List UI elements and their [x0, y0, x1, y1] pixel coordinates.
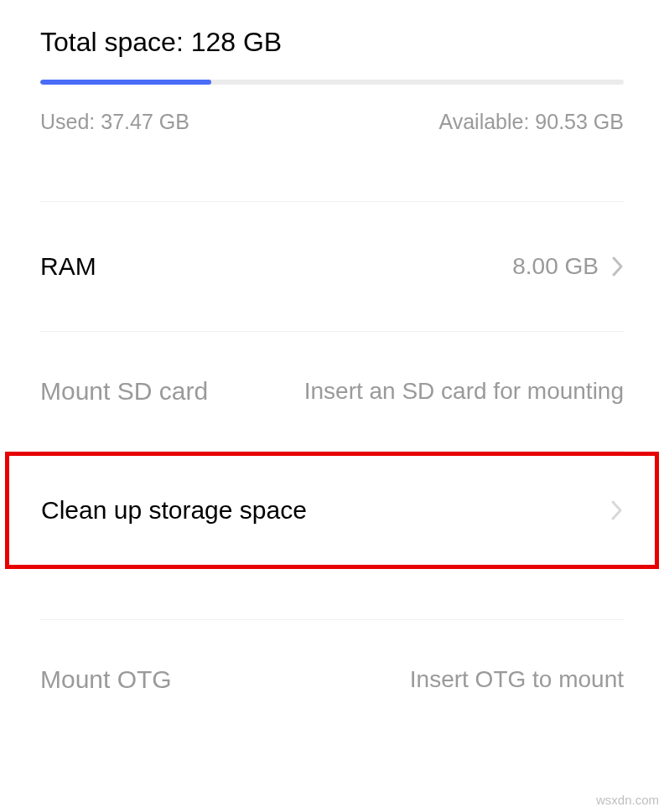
mount-otg-hint: Insert OTG to mount	[410, 666, 624, 693]
ram-label: RAM	[40, 252, 96, 281]
ram-value-container: 8.00 GB	[512, 253, 624, 280]
used-storage-label: Used: 37.47 GB	[40, 110, 189, 134]
chevron-right-icon	[612, 256, 624, 277]
mount-otg-label: Mount OTG	[40, 665, 172, 694]
watermark: wsxdn.com	[596, 793, 659, 807]
mount-sd-card-item: Mount SD card Insert an SD card for moun…	[0, 332, 664, 451]
mount-sd-card-hint: Insert an SD card for mounting	[304, 378, 624, 405]
chevron-right-icon	[611, 500, 623, 520]
ram-item[interactable]: RAM 8.00 GB	[0, 202, 664, 331]
available-storage-label: Available: 90.53 GB	[438, 110, 624, 134]
storage-stats: Used: 37.47 GB Available: 90.53 GB	[40, 85, 624, 201]
ram-value: 8.00 GB	[512, 253, 599, 280]
mount-otg-item: Mount OTG Insert OTG to mount	[0, 620, 664, 739]
cleanup-storage-item[interactable]: Clean up storage space	[5, 452, 659, 569]
total-space-label: Total space: 128 GB	[40, 0, 624, 80]
mount-sd-card-label: Mount SD card	[40, 377, 208, 406]
cleanup-storage-label: Clean up storage space	[41, 496, 307, 525]
